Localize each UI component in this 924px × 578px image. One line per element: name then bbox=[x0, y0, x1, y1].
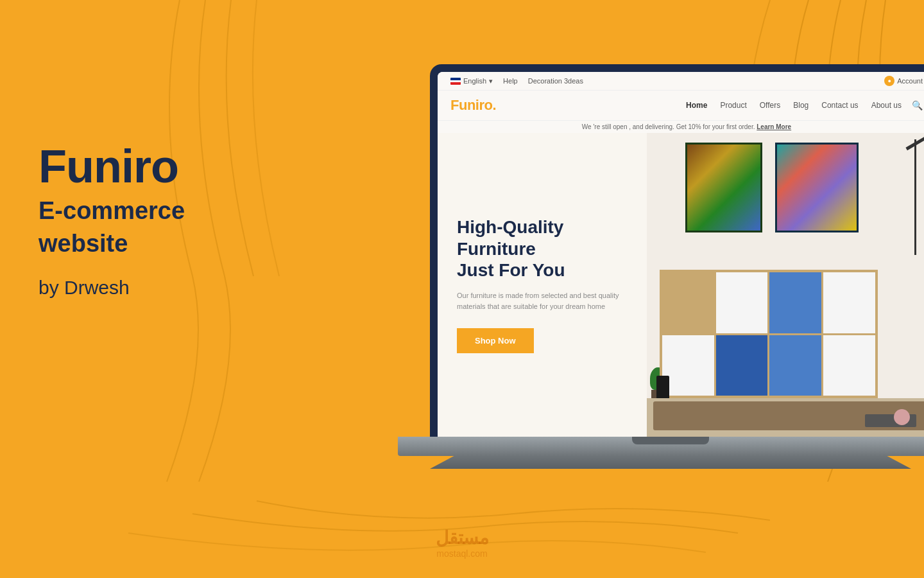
laptop-stand bbox=[430, 456, 911, 469]
author-byline: by Drwesh bbox=[38, 277, 185, 299]
decoration-link[interactable]: Decoration 3deas bbox=[528, 77, 583, 85]
brand-title-line3: website bbox=[38, 230, 185, 258]
navbar: Funiro. Home Product Offers Blog Contact… bbox=[438, 91, 924, 120]
shelf-cell bbox=[769, 335, 821, 396]
art-frame-1 bbox=[685, 143, 762, 232]
art-1-painting bbox=[687, 144, 760, 231]
shelf-cell bbox=[823, 272, 875, 333]
art-frame-2 bbox=[775, 143, 859, 232]
language-label: English bbox=[463, 77, 486, 85]
nav-home[interactable]: Home bbox=[686, 101, 707, 110]
floor bbox=[647, 398, 924, 437]
laptop-screen-outer: English ▾ Help Decoration 3deas ● Accoun… bbox=[430, 64, 924, 437]
search-icon[interactable]: 🔍 bbox=[912, 100, 923, 110]
flag-icon bbox=[450, 78, 461, 85]
nav-offers[interactable]: Offers bbox=[760, 101, 780, 110]
shelf-unit bbox=[660, 270, 878, 398]
account-section[interactable]: ● Account bbox=[884, 76, 923, 86]
shelf-grid bbox=[660, 270, 878, 398]
hero-left: High-Quality Furniture Just For You Our … bbox=[438, 133, 647, 437]
announcement-bar: We 're still open , and delivering. Get … bbox=[438, 120, 924, 133]
shelf-cell bbox=[823, 335, 875, 396]
site-logo[interactable]: Funiro. bbox=[450, 97, 496, 114]
account-icon: ● bbox=[884, 76, 894, 86]
hero-right bbox=[647, 133, 924, 437]
watermark: مستقل mostaql.com bbox=[436, 527, 489, 559]
vase bbox=[656, 376, 669, 401]
laptop-screen: English ▾ Help Decoration 3deas ● Accoun… bbox=[438, 72, 924, 437]
laptop-mockup: English ▾ Help Decoration 3deas ● Accoun… bbox=[398, 64, 924, 488]
help-link[interactable]: Help bbox=[503, 77, 518, 85]
language-selector[interactable]: English ▾ bbox=[450, 77, 493, 85]
watermark-url-text: mostaql.com bbox=[436, 548, 489, 559]
floor-lamp bbox=[914, 139, 916, 255]
floor-items bbox=[865, 414, 916, 427]
shelf-cell bbox=[716, 272, 768, 333]
nav-links: Home Product Offers Blog Contact us Abou… bbox=[686, 101, 902, 110]
shelf-cell bbox=[662, 335, 714, 396]
hero-title-line1: High-Quality bbox=[457, 217, 563, 237]
laptop-notch bbox=[632, 437, 709, 444]
hero-title: High-Quality Furniture Just For You bbox=[457, 216, 628, 281]
shelf-cell bbox=[769, 272, 821, 333]
left-panel: Funiro E-commerce website by Drwesh bbox=[38, 141, 185, 299]
hero-title-line2: Furniture bbox=[457, 239, 536, 259]
website-ui: English ▾ Help Decoration 3deas ● Accoun… bbox=[438, 72, 924, 437]
shelf-cell bbox=[716, 335, 768, 396]
hero-title-line3: Just For You bbox=[457, 260, 565, 280]
nav-blog[interactable]: Blog bbox=[793, 101, 809, 110]
shelf-cell bbox=[662, 272, 714, 333]
nav-contact[interactable]: Contact us bbox=[821, 101, 858, 110]
hero-section: High-Quality Furniture Just For You Our … bbox=[438, 133, 924, 437]
nav-product[interactable]: Product bbox=[720, 101, 746, 110]
dropdown-arrow-icon: ▾ bbox=[489, 77, 493, 85]
top-bar: English ▾ Help Decoration 3deas ● Accoun… bbox=[438, 72, 924, 91]
brand-title-line1: Funiro bbox=[38, 141, 185, 192]
laptop-base bbox=[398, 437, 924, 456]
learn-more-link[interactable]: Learn More bbox=[757, 123, 791, 130]
watermark-logo-text: مستقل bbox=[436, 527, 489, 548]
announcement-text: We 're still open , and delivering. Get … bbox=[582, 123, 755, 130]
furniture-scene bbox=[647, 133, 924, 437]
art-2-painting bbox=[777, 144, 857, 231]
account-label: Account bbox=[897, 77, 923, 85]
brand-title-line2: E-commerce bbox=[38, 197, 185, 225]
shop-now-button[interactable]: Shop Now bbox=[457, 328, 534, 353]
hero-description: Our furniture is made from selected and … bbox=[457, 290, 628, 313]
nav-about[interactable]: About us bbox=[871, 101, 902, 110]
